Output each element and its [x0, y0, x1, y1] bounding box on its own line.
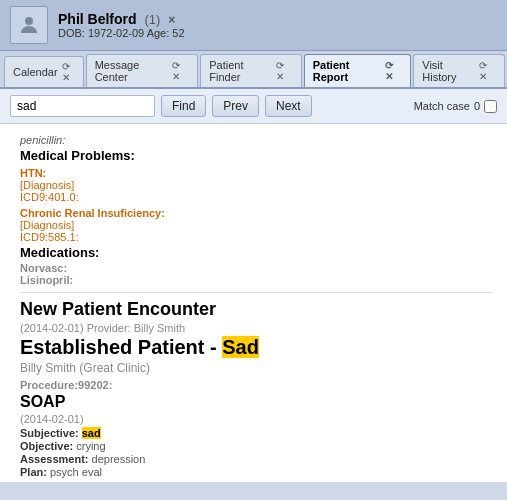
lisinopril-label: Lisinopril:: [20, 274, 493, 286]
close-icon[interactable]: ×: [168, 13, 175, 27]
established-highlight: Sad: [222, 336, 259, 358]
tab-calendar-icons: ⟳ ✕: [62, 61, 75, 83]
tab-bar: Calendar ⟳ ✕ Message Center ⟳ ✕ Patient …: [0, 51, 507, 89]
match-case-area: Match case 0: [414, 100, 497, 113]
diagnosis-tag-2: [Diagnosis]: [20, 219, 493, 231]
match-case-label: Match case: [414, 100, 470, 112]
tab-patient-finder-label: Patient Finder: [209, 59, 271, 83]
penicillin-label: penicillin:: [20, 134, 493, 146]
medical-problems-heading: Medical Problems:: [20, 148, 493, 163]
tab-patient-report-icons: ⟳ ✕: [385, 60, 402, 82]
patient-count: (1): [144, 12, 160, 27]
tab-patient-report-label: Patient Report: [313, 59, 381, 83]
soap-heading: SOAP: [20, 393, 493, 411]
icd-code-1: ICD9:401.0:: [20, 191, 493, 203]
plan-value: psych eval: [50, 466, 102, 478]
patient-header: Phil Belford (1) × DOB: 1972-02-09 Age: …: [0, 0, 507, 51]
tab-message-center-label: Message Center: [95, 59, 169, 83]
clinic-name: Billy Smith (Great Clinic): [20, 361, 493, 375]
patient-name-text: Phil Belford: [58, 11, 137, 27]
subjective-value: sad: [82, 427, 101, 439]
medications-heading: Medications:: [20, 245, 493, 260]
objective-line: Objective: crying: [20, 440, 493, 452]
tab-visit-history-icons: ⟳ ✕: [479, 60, 496, 82]
new-encounter-heading: New Patient Encounter: [20, 299, 493, 320]
svg-point-0: [25, 17, 33, 25]
plan-line: Plan: psych eval: [20, 466, 493, 478]
htn-label: HTN:: [20, 167, 493, 179]
avatar: [10, 6, 48, 44]
tab-patient-finder[interactable]: Patient Finder ⟳ ✕: [200, 54, 301, 87]
tab-visit-history-label: Visit History: [422, 59, 475, 83]
tab-message-icons: ⟳ ✕: [172, 60, 189, 82]
match-case-count: 0: [474, 100, 480, 112]
assessment-label: Assessment:: [20, 453, 88, 465]
search-input[interactable]: [10, 95, 155, 117]
next-button[interactable]: Next: [265, 95, 312, 117]
icd-code-2: ICD9:585.1:: [20, 231, 493, 243]
soap-meta: (2014-02-01): [20, 413, 493, 425]
patient-name: Phil Belford (1) ×: [58, 11, 497, 27]
tab-patient-finder-icons: ⟳ ✕: [276, 60, 293, 82]
subjective-label: Subjective:: [20, 427, 79, 439]
encounter-meta: (2014-02-01) Provider: Billy Smith: [20, 322, 493, 334]
patient-dob: DOB: 1972-02-09 Age: 52: [58, 27, 497, 39]
assessment-line: Assessment: depression: [20, 453, 493, 465]
objective-value: crying: [76, 440, 105, 452]
tab-patient-report[interactable]: Patient Report ⟳ ✕: [304, 54, 412, 87]
tab-calendar-label: Calendar: [13, 66, 58, 78]
subjective-line: Subjective: sad: [20, 427, 493, 439]
procedure-label: Procedure:99202:: [20, 379, 493, 391]
find-button[interactable]: Find: [161, 95, 206, 117]
norvasc-label: Norvasc:: [20, 262, 493, 274]
tab-message-center[interactable]: Message Center ⟳ ✕: [86, 54, 199, 87]
patient-info: Phil Belford (1) × DOB: 1972-02-09 Age: …: [58, 11, 497, 39]
assessment-value: depression: [92, 453, 146, 465]
tab-visit-history[interactable]: Visit History ⟳ ✕: [413, 54, 505, 87]
chronic-label: Chronic Renal Insuficiency:: [20, 207, 493, 219]
established-heading: Established Patient - Sad: [20, 336, 493, 359]
diagnosis-tag-1: [Diagnosis]: [20, 179, 493, 191]
objective-label: Objective:: [20, 440, 73, 452]
prev-button[interactable]: Prev: [212, 95, 259, 117]
divider-1: [20, 292, 493, 293]
plan-label: Plan:: [20, 466, 47, 478]
report-content: penicillin: Medical Problems: HTN: [Diag…: [0, 124, 507, 482]
tab-calendar[interactable]: Calendar ⟳ ✕: [4, 56, 84, 87]
toolbar: Find Prev Next Match case 0: [0, 89, 507, 124]
match-case-checkbox[interactable]: [484, 100, 497, 113]
